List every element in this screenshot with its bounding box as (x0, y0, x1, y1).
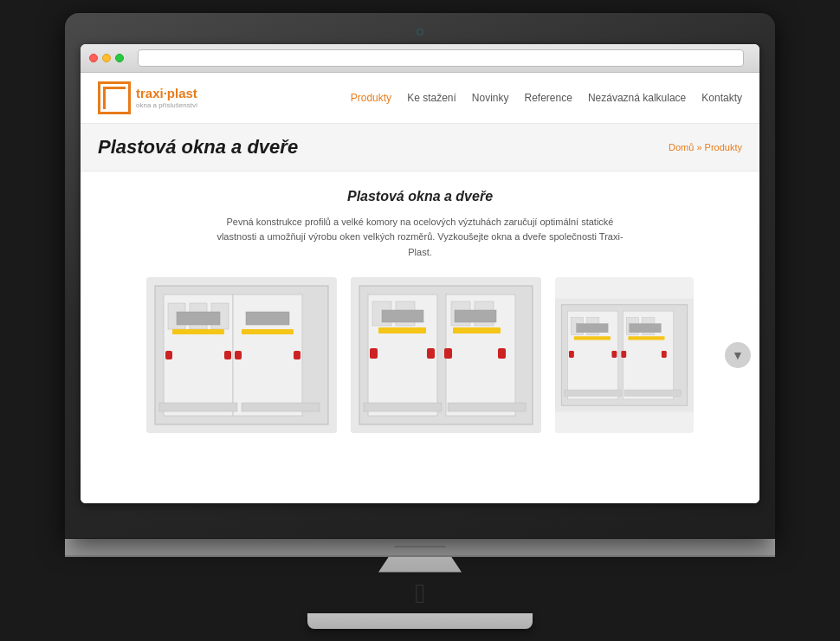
svg-rect-12 (242, 329, 294, 334)
svg-rect-48 (628, 336, 664, 340)
logo-area: traxi·plast okna a příslušenství (98, 81, 197, 114)
nav-links: Produkty Ke stažení Novinky Reference Ne… (351, 92, 742, 104)
browser-window: traxi·plast okna a příslušenství Produkt… (81, 44, 759, 503)
svg-rect-25 (370, 348, 378, 359)
imac-neck (368, 557, 472, 573)
imac-chin (65, 538, 775, 557)
svg-rect-7 (165, 351, 172, 359)
chin-line (394, 546, 446, 547)
svg-rect-49 (577, 324, 608, 333)
svg-rect-34 (448, 403, 526, 411)
breadcrumb: Domů » Produkty (669, 142, 742, 152)
svg-rect-14 (246, 312, 289, 325)
svg-rect-10 (294, 351, 300, 359)
svg-rect-43 (569, 351, 574, 358)
svg-rect-50 (630, 324, 661, 333)
svg-rect-32 (455, 310, 496, 322)
breadcrumb-home[interactable]: Domů (669, 142, 694, 152)
svg-rect-15 (159, 403, 237, 411)
scroll-down-button[interactable]: ▼ (725, 342, 751, 368)
nav-link-kontakty[interactable]: Kontakty (701, 92, 742, 104)
nav-link-reference[interactable]: Reference (525, 92, 572, 104)
section-title: Plastová okna a dveře (98, 189, 742, 204)
site-content: traxi·plast okna a příslušenství Produkt… (81, 73, 759, 503)
product-card-1[interactable] (146, 277, 337, 433)
url-bar[interactable] (138, 49, 744, 67)
svg-rect-9 (235, 351, 242, 359)
camera (417, 29, 423, 36)
main-content: Plastová okna a dveře Pevná konstrukce p… (81, 172, 759, 451)
logo-icon (98, 81, 131, 114)
nav-link-ke-stazeni[interactable]: Ke stažení (407, 92, 456, 104)
minimize-button[interactable] (102, 54, 111, 62)
svg-rect-47 (574, 336, 611, 340)
logo-plast-part: plast (167, 86, 197, 100)
breadcrumb-current: Produkty (705, 142, 742, 152)
nav-link-novinky[interactable]: Novinky (472, 92, 509, 104)
nav-link-kalkulace[interactable]: Nezávazná kalkulace (588, 92, 686, 104)
imac-display: traxi·plast okna a příslušenství Produkt… (65, 13, 775, 629)
svg-rect-13 (177, 312, 220, 325)
svg-rect-44 (611, 351, 617, 358)
logo-name-part: traxi (136, 86, 164, 100)
nav-link-produkty[interactable]: Produkty (351, 92, 391, 104)
maximize-button[interactable] (115, 54, 124, 62)
logo-subtext: okna a příslušenství (136, 101, 197, 109)
product-card-3[interactable] (555, 277, 694, 433)
page-header: Plastová okna a dveře Domů » Produkty (81, 124, 759, 172)
svg-rect-45 (621, 351, 626, 358)
svg-rect-8 (224, 351, 231, 359)
site-nav: traxi·plast okna a příslušenství Produkt… (81, 73, 759, 124)
svg-rect-16 (242, 403, 320, 411)
imac-base (307, 613, 533, 629)
svg-rect-51 (565, 390, 621, 396)
svg-rect-29 (378, 327, 426, 333)
svg-rect-11 (172, 329, 224, 334)
screen-bezel: traxi·plast okna a příslušenství Produkt… (65, 13, 775, 538)
traffic-lights (89, 54, 124, 62)
svg-rect-52 (624, 390, 681, 396)
svg-rect-31 (382, 310, 423, 322)
chevron-down-icon: ▼ (732, 348, 744, 362)
logo-text: traxi·plast (136, 86, 197, 101)
section-desc: Pevná konstrukce profilů a velké komory … (212, 215, 628, 261)
svg-rect-33 (364, 403, 442, 411)
page-title: Plastová okna a dveře (98, 136, 298, 159)
svg-rect-28 (498, 348, 506, 359)
svg-rect-46 (662, 351, 667, 358)
breadcrumb-sep: » (696, 142, 704, 152)
product-card-2[interactable] (351, 277, 541, 433)
apple-logo:  (415, 578, 425, 610)
svg-rect-26 (427, 348, 435, 359)
close-button[interactable] (89, 54, 98, 62)
products-row: ▼ (98, 277, 742, 433)
browser-chrome (81, 44, 759, 73)
svg-rect-30 (453, 327, 501, 333)
svg-rect-27 (444, 348, 452, 359)
